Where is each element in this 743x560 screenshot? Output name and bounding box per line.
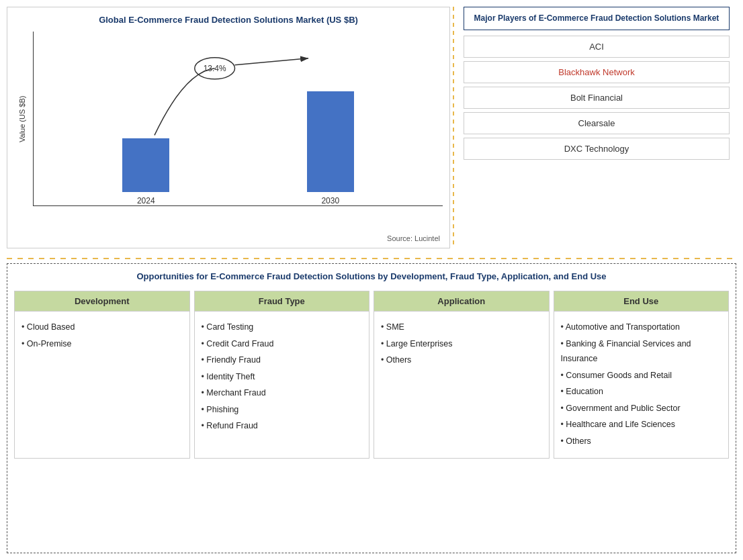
fraud-type-header: Fraud Type xyxy=(195,291,369,312)
top-section: Global E-Commerce Fraud Detection Soluti… xyxy=(7,7,736,248)
fraud-item-3: Friendly Fraud xyxy=(202,353,363,368)
fraud-item-1: Card Testing xyxy=(202,320,363,335)
bar-label-2030: 2030 xyxy=(321,196,339,205)
player-dxc: DXC Technology xyxy=(464,138,730,160)
enduse-item-5: Government and Public Sector xyxy=(561,401,722,416)
fraud-type-body: Card Testing Credit Card Fraud Friendly … xyxy=(195,312,369,443)
y-axis-label: Value (US $B) xyxy=(14,32,30,206)
bottom-title: Opportunities for E-Commerce Fraud Detec… xyxy=(14,271,729,283)
app-item-3: Others xyxy=(381,353,542,368)
chart-area: Global E-Commerce Fraud Detection Soluti… xyxy=(7,7,450,248)
fraud-item-7: Refund Fraud xyxy=(202,418,363,434)
development-body: Cloud Based On-Premise xyxy=(15,312,189,361)
end-use-header: End Use xyxy=(554,291,729,312)
development-column: Development Cloud Based On-Premise xyxy=(14,291,190,459)
dev-item-1: Cloud Based xyxy=(21,320,183,335)
bar-label-2024: 2024 xyxy=(137,196,155,205)
chart-plot: 13.4% 2024 xyxy=(33,32,443,206)
enduse-item-2: Banking & Financial Services and Insuran… xyxy=(561,336,722,367)
player-aci: ACI xyxy=(464,36,730,58)
horizontal-separator xyxy=(7,258,736,259)
bottom-section: Opportunities for E-Commerce Fraud Detec… xyxy=(7,263,736,553)
fraud-item-4: Identity Theft xyxy=(202,369,363,385)
bar-group: 2024 2030 xyxy=(34,32,443,205)
player-blackhawk: Blackhawk Network xyxy=(464,61,730,83)
application-header: Application xyxy=(374,291,549,312)
bar-2030 xyxy=(307,91,354,192)
fraud-type-column: Fraud Type Card Testing Credit Card Frau… xyxy=(194,291,370,459)
source-text: Source: Lucintel xyxy=(387,234,440,242)
enduse-item-6: Healthcare and Life Sciences xyxy=(561,417,722,432)
development-header: Development xyxy=(15,291,189,312)
players-area: Major Players of E-Commerce Fraud Detect… xyxy=(457,7,736,248)
fraud-item-5: Merchant Fraud xyxy=(202,385,363,401)
application-body: SME Large Enterprises Others xyxy=(374,312,549,377)
application-column: Application SME Large Enterprises Others xyxy=(374,291,550,459)
columns-row: Development Cloud Based On-Premise Fraud… xyxy=(14,291,729,459)
main-container: Global E-Commerce Fraud Detection Soluti… xyxy=(0,0,743,560)
dev-item-2: On-Premise xyxy=(21,336,183,352)
bar-item-2024: 2024 xyxy=(122,138,169,205)
bar-2024 xyxy=(122,138,169,192)
chart-title: Global E-Commerce Fraud Detection Soluti… xyxy=(14,14,443,26)
vertical-separator xyxy=(453,7,454,248)
enduse-item-3: Consumer Goods and Retail xyxy=(561,368,722,383)
player-clearsale: Clearsale xyxy=(464,112,730,134)
end-use-body: Automotive and Transportation Banking & … xyxy=(554,312,729,458)
players-title: Major Players of E-Commerce Fraud Detect… xyxy=(464,7,730,30)
enduse-item-7: Others xyxy=(561,434,722,449)
chart-inner: Value (US $B) 13.4% xyxy=(14,32,443,206)
fraud-item-2: Credit Card Fraud xyxy=(202,336,363,352)
bar-item-2030: 2030 xyxy=(307,91,354,205)
player-bolt: Bolt Financial xyxy=(464,87,730,109)
app-item-2: Large Enterprises xyxy=(381,336,542,352)
fraud-item-6: Phishing xyxy=(202,402,363,418)
end-use-column: End Use Automotive and Transportation Ba… xyxy=(554,291,730,459)
enduse-item-4: Education xyxy=(561,384,722,400)
app-item-1: SME xyxy=(381,320,542,335)
enduse-item-1: Automotive and Transportation xyxy=(561,320,722,335)
